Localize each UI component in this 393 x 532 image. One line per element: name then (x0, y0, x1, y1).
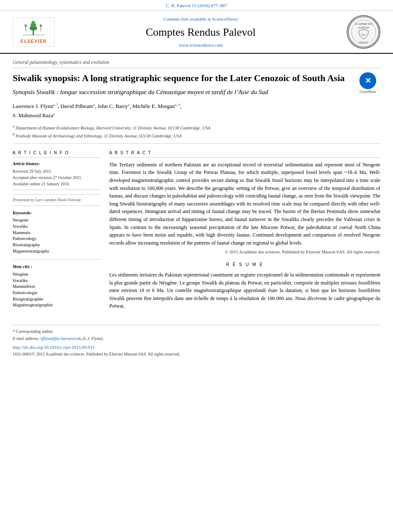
keyword-2: Siwaliks (13, 224, 101, 230)
crossmark-text: CrossMark (355, 90, 380, 94)
affiliation-a: a Department of Human Evolutionary Biolo… (13, 124, 380, 131)
resume-title: R É S U M É (109, 262, 380, 268)
presented-by: Presented by Lars vanden Hoek Ostende (13, 194, 101, 203)
article-subtitle: Synopsis Siwalik : longue succession str… (13, 88, 380, 97)
mot-cle-5: Biosgtratigraphie (13, 296, 101, 303)
affiliation-b: b Peabody Museum of Archaeology and Ethn… (13, 132, 380, 139)
svg-point-6 (40, 24, 42, 27)
crossmark-badge[interactable]: ✕ CrossMark (355, 72, 380, 94)
article-info-title: A R T I C L E I N F O (13, 150, 101, 158)
accepted-date: Accepted after revision 27 October 2015 (13, 175, 101, 181)
svg-point-3 (32, 21, 35, 24)
journal-url[interactable]: www.sciencedirect.com (65, 42, 336, 48)
citation-bar: C. R. Palevol 15 (2016) 877–887 (0, 0, 393, 11)
left-column: A R T I C L E I N F O Article history: R… (13, 150, 101, 316)
email-line: E-mail address: ljflynn@fas.harvard.edu … (13, 336, 380, 342)
svg-text:PARIS: PARIS (361, 34, 366, 36)
main-content: General palaeontology, systematics and e… (0, 54, 393, 366)
sciencedirect-link: Contents lists available at ScienceDirec… (65, 16, 336, 22)
mot-cle-3: Mammifères (13, 284, 101, 290)
right-emblem-container: ACADÉMIE DES SCIENCES PARIS FRANCE (343, 15, 385, 49)
authors: Lawrence J. Flynna,*, David Pilbeama, Jo… (13, 102, 380, 120)
resume-text: Les sédiments tertiaires du Pakistan sep… (109, 271, 380, 310)
keyword-3: Mammals (13, 230, 101, 236)
svg-text:ACADÉMIE DES: ACADÉMIE DES (355, 22, 372, 25)
keywords-label: Keywords: (13, 210, 101, 216)
article-title: Siwalik synopsis: A long stratigraphic s… (13, 72, 380, 84)
doi-line: http://dx.doi.org/10.1016/j.crpv.2015.09… (13, 344, 380, 350)
resume-section: R É S U M É Les sédiments tertiaires du … (109, 262, 380, 310)
elsevier-logo-container: ELSEVIER (8, 17, 59, 47)
author-lawrence: Lawrence J. Flynn (13, 103, 53, 109)
abstract-copyright: © 2015 Académie des sciences. Published … (109, 249, 380, 255)
abstract-title: A B S T R A C T (109, 150, 380, 158)
right-column: A B S T R A C T The Tertiary sediments o… (109, 150, 380, 316)
crossmark-icon: ✕ (359, 72, 376, 89)
section-tag: General palaeontology, systematics and e… (13, 59, 380, 68)
elsevier-label: ELSEVIER (21, 38, 47, 45)
issn-line: 1631-0683/© 2015 Académie des sciences. … (13, 351, 380, 357)
keyword-6: Magnetostratigraphy (13, 248, 101, 255)
header-center: Contents lists available at ScienceDirec… (59, 16, 343, 48)
svg-rect-0 (33, 30, 34, 35)
abstract-section: A B S T R A C T The Tertiary sediments o… (109, 150, 380, 255)
corresponding-note: * Corresponding author. (13, 329, 380, 334)
footer-section: * Corresponding author. E-mail address: … (13, 325, 380, 357)
two-column-layout: A R T I C L E I N F O Article history: R… (13, 150, 380, 316)
doi-link[interactable]: http://dx.doi.org/10.1016/j.crpv.2015.09… (13, 345, 95, 350)
mot-cle-4: Paléoécologie (13, 290, 101, 296)
email-link[interactable]: ljflynn@fas.harvard.edu (40, 336, 82, 341)
author-sup-1: a,* (53, 103, 58, 109)
mot-cle-6: Magnétosgtratigraphie (13, 302, 101, 308)
header: ELSEVIER Contents lists available at Sci… (0, 11, 393, 54)
mot-cle-2: Siwaliks (13, 278, 101, 284)
svg-text:FRANCE: FRANCE (359, 41, 368, 44)
mots-cles-label: Mots clés : (13, 264, 101, 270)
journal-title: Comptes Rendus Palevol (65, 25, 336, 40)
elsevier-logo: ELSEVIER (13, 17, 55, 47)
affiliations: a Department of Human Evolutionary Biolo… (13, 124, 380, 144)
svg-point-4 (24, 24, 27, 27)
available-date: Available online 21 January 2016 (13, 181, 101, 187)
keyword-1: Neogene (13, 217, 101, 224)
citation-text: C. R. Palevol 15 (2016) 877–887 (166, 3, 227, 8)
keyword-5: Biostratigraphy (13, 242, 101, 248)
sciencedirect-name[interactable]: ScienceDirect (212, 16, 238, 21)
keyword-4: Paleoecology (13, 236, 101, 242)
history-label: Article history: (13, 161, 101, 167)
mot-cle-1: Néogène (13, 271, 101, 278)
right-emblem: ACADÉMIE DES SCIENCES PARIS FRANCE (347, 15, 380, 49)
received-date: Received 29 July 2015 (13, 169, 101, 174)
svg-text:SCIENCES: SCIENCES (358, 27, 369, 29)
abstract-text: The Tertiary sediments of northern Pakis… (109, 161, 380, 247)
